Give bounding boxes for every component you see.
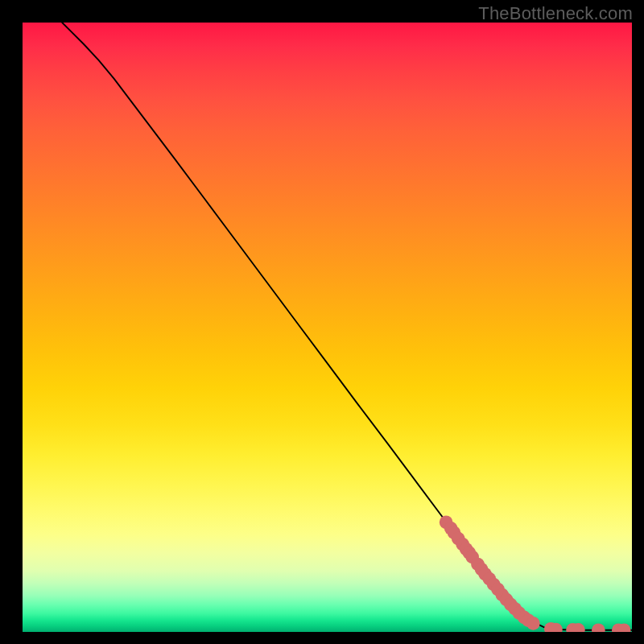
curve-line (62, 23, 632, 630)
chart-svg (23, 23, 632, 632)
marker-group (440, 515, 631, 632)
watermark-text: TheBottleneck.com (478, 3, 633, 24)
data-marker (526, 617, 540, 630)
chart-area (23, 23, 632, 632)
data-marker (592, 623, 605, 632)
